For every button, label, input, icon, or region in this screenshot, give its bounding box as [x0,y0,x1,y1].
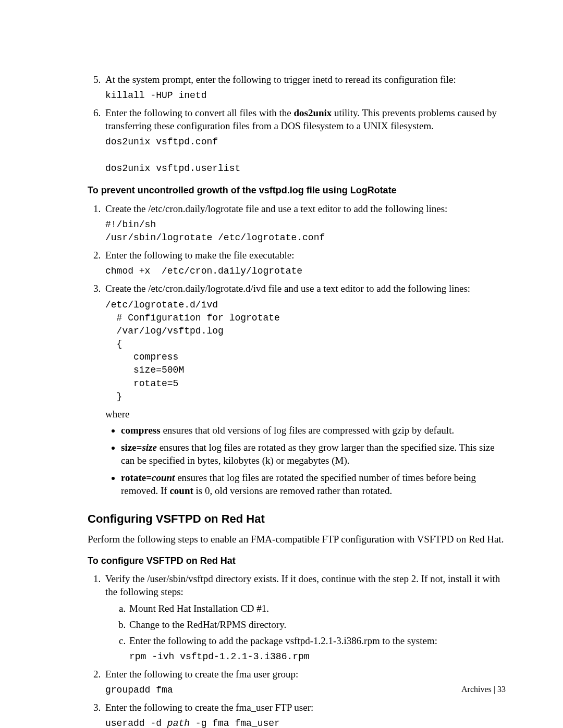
code-block: rpm -ivh vsftpd-1.2.1-3.i386.rpm [129,650,506,663]
section-subheading-redhat: To configure VSFTPD on Red Hat [88,555,506,567]
bold-fragment: compress [121,425,161,436]
text-fragment: Change to the RedHat/RPMS directory. [129,619,286,630]
page-content: At the system prompt, enter the followin… [0,0,563,728]
step-text: At the system prompt, enter the followin… [105,73,506,86]
list-item: compress ensures that old versions of lo… [121,424,506,437]
bold-fragment: rotate= [121,472,152,483]
ordered-list-b: Create the /etc/cron.daily/logrotate fil… [88,202,506,498]
text-fragment: ensures that old versions of log files a… [161,425,455,436]
where-label: where [105,408,506,421]
list-item: Change to the RedHat/RPMS directory. [128,618,506,631]
code-block: chmod +x /etc/cron.daily/logrotate [105,265,506,278]
list-item: Mount Red Hat Installation CD #1. [128,602,506,615]
code-italic-fragment: path [167,718,190,728]
code-block: killall -HUP inetd [105,89,506,102]
text-fragment: Enter the following to convert all files… [105,107,293,118]
code-block: #!/bin/sh /usr/sbin/logrotate /etc/logro… [105,218,506,244]
step-text: Enter the following to create the fma us… [105,668,506,681]
text-fragment: is 0, old versions are removed rather th… [193,485,392,496]
list-item: Verify the /user/sbin/vsftpd directory e… [103,572,506,663]
step-text: Enter the following to add the package v… [129,634,506,647]
code-block: useradd -d path -g fma fma_user [105,717,506,728]
step-text: Verify the /user/sbin/vsftpd directory e… [105,572,506,598]
list-item: Enter the following to add the package v… [128,634,506,663]
list-item: Enter the following to create the fma us… [103,668,506,697]
step-text: Enter the following to convert all files… [105,106,506,132]
bold-italic-fragment: size [142,442,157,453]
intro-paragraph: Perform the following steps to enable an… [88,533,506,546]
alpha-list: Mount Red Hat Installation CD #1. Change… [120,602,506,663]
code-block: groupadd fma [105,684,506,697]
ordered-list-c: Verify the /user/sbin/vsftpd directory e… [88,572,506,728]
list-item: Enter the following to make the file exe… [103,249,506,278]
list-item: Enter the following to convert all files… [103,106,506,175]
code-fragment: -g fma fma_user [190,718,280,728]
code-block: /etc/logrotate.d/ivd # Configuration for… [105,299,506,404]
text-fragment: Mount Red Hat Installation CD #1. [129,603,269,614]
list-item: size=size ensures that log files are rot… [121,441,506,467]
list-item: rotate=count ensures that log files are … [121,471,506,497]
text-fragment: ensures that log files are rotated as th… [121,442,495,466]
step-text: Create the /etc/cron.daily/logrotate fil… [105,202,506,215]
bold-fragment: dos2unix [293,107,332,118]
list-item: Create the /etc/cron.daily/logrotate.d/i… [103,282,506,497]
bold-fragment: count [169,485,193,496]
section-heading-logrotate: To prevent uncontrolled growth of the vs… [88,184,506,197]
section-heading-redhat: Configuring VSFTPD on Red Hat [88,511,506,526]
step-text: Enter the following to make the file exe… [105,249,506,262]
code-fragment: useradd -d [105,718,167,728]
bold-italic-fragment: count [152,472,175,483]
list-item: Enter the following to create the fma_us… [103,701,506,728]
list-item: Create the /etc/cron.daily/logrotate fil… [103,202,506,244]
list-item: At the system prompt, enter the followin… [103,73,506,102]
code-block: dos2unix vsftpd.conf dos2unix vsftpd.use… [105,135,506,175]
bullet-list: compress ensures that old versions of lo… [121,424,506,497]
page-footer: Archives | 33 [461,684,506,695]
step-text: Create the /etc/cron.daily/logrotate.d/i… [105,282,506,295]
bold-fragment: size= [121,442,142,453]
step-text: Enter the following to create the fma_us… [105,701,506,714]
ordered-list-a: At the system prompt, enter the followin… [88,73,506,175]
